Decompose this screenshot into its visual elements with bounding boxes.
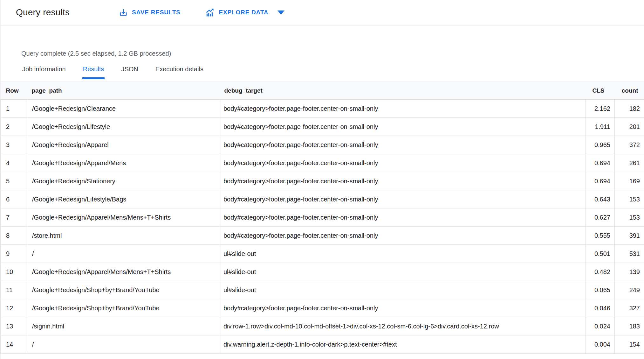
cell-debug-target: body#category>footer.page-footer.center-… (220, 136, 586, 154)
cell-row-number: 1 (1, 100, 27, 118)
cell-debug-target: div.row-1.row>div.col-md-10.col-md-offse… (220, 317, 586, 335)
cell-cls: 2.162 (586, 100, 615, 118)
results-table: Row page_path debug_target CLS count 1/G… (1, 81, 644, 354)
cell-cls: 0.627 (586, 208, 615, 227)
cell-page-path: /Google+Redesign/Shop+by+Brand/YouTube (27, 299, 220, 317)
cell-row-number: 5 (1, 172, 27, 190)
table-row: 1/Google+Redesign/Clearancebody#category… (1, 100, 644, 118)
column-header-cls: CLS (586, 82, 615, 100)
cell-row-number: 13 (1, 317, 27, 335)
cell-cls: 0.643 (586, 190, 615, 208)
cell-debug-target: body#category>footer.page-footer.center-… (220, 208, 586, 227)
cell-cls: 1.911 (586, 118, 615, 136)
cell-debug-target: body#category>footer.page-footer.center-… (220, 227, 586, 245)
cell-page-path: /Google+Redesign/Clearance (27, 100, 220, 118)
table-row: 13/signin.htmldiv.row-1.row>div.col-md-1… (1, 317, 644, 335)
caret-down-icon (277, 11, 284, 15)
table-row: 10/Google+Redesign/Apparel/Mens/Mens+T+S… (1, 263, 644, 281)
tab-execution-details[interactable]: Execution details (155, 65, 204, 79)
cell-page-path: /Google+Redesign/Apparel/Mens/Mens+T+Shi… (27, 263, 220, 281)
cell-debug-target: body#category>footer.page-footer.center-… (220, 299, 586, 317)
cell-debug-target: body#category>footer.page-footer.center-… (220, 190, 586, 208)
page-title: Query results (16, 7, 70, 18)
column-header-count: count (615, 82, 644, 100)
result-tabs: Job information Results JSON Execution d… (22, 65, 644, 79)
cell-count: 153 (615, 208, 644, 227)
cell-debug-target: body#category>footer.page-footer.center-… (220, 154, 586, 172)
query-results-header: Query results SAVE RESULTS (1, 0, 644, 25)
cell-debug-target: div.warning.alert.z-depth-1.info-color-d… (220, 335, 586, 354)
cell-debug-target: body#category>footer.page-footer.center-… (220, 118, 586, 136)
cell-debug-target: body#category>footer.page-footer.center-… (220, 100, 586, 118)
cell-count: 391 (615, 227, 644, 245)
cell-cls: 0.501 (586, 245, 615, 263)
cell-cls: 0.965 (586, 136, 615, 154)
cell-row-number: 9 (1, 245, 27, 263)
column-header-page-path: page_path (27, 82, 220, 100)
cell-debug-target: ul#slide-out (220, 281, 586, 299)
table-row: 9/ul#slide-out0.501531 (1, 245, 644, 263)
cell-count: 249 (615, 281, 644, 299)
tab-json[interactable]: JSON (120, 65, 139, 79)
query-results-panel: Query results SAVE RESULTS (0, 0, 644, 359)
explore-chart-icon (205, 8, 215, 17)
cell-cls: 0.694 (586, 154, 615, 172)
cell-page-path: /Google+Redesign/Stationery (27, 172, 220, 190)
table-row: 4/Google+Redesign/Apparel/Mensbody#categ… (1, 154, 644, 172)
cell-page-path: / (27, 335, 220, 354)
cell-page-path: /Google+Redesign/Apparel (27, 136, 220, 154)
cell-page-path: /Google+Redesign/Apparel/Mens (27, 154, 220, 172)
cell-count: 531 (615, 245, 644, 263)
cell-cls: 0.694 (586, 172, 615, 190)
cell-page-path: /Google+Redesign/Lifestyle/Bags (27, 190, 220, 208)
column-header-row: Row (1, 82, 27, 100)
table-row: 5/Google+Redesign/Stationerybody#categor… (1, 172, 644, 190)
table-row: 14/div.warning.alert.z-depth-1.info-colo… (1, 335, 644, 354)
cell-debug-target: ul#slide-out (220, 245, 586, 263)
cell-debug-target: body#category>footer.page-footer.center-… (220, 172, 586, 190)
cell-row-number: 12 (1, 299, 27, 317)
tab-results[interactable]: Results (82, 65, 105, 79)
cell-row-number: 14 (1, 335, 27, 354)
tab-job-information[interactable]: Job information (22, 65, 66, 79)
table-row: 8/store.htmlbody#category>footer.page-fo… (1, 227, 644, 245)
cell-row-number: 6 (1, 190, 27, 208)
cell-page-path: /Google+Redesign/Apparel/Mens/Mens+T+Shi… (27, 208, 220, 227)
cell-row-number: 4 (1, 154, 27, 172)
cell-page-path: /signin.html (27, 317, 220, 335)
column-header-debug-target: debug_target (220, 82, 586, 100)
cell-count: 182 (615, 100, 644, 118)
cell-page-path: /Google+Redesign/Shop+by+Brand/YouTube (27, 281, 220, 299)
cell-count: 139 (615, 263, 644, 281)
cell-cls: 0.482 (586, 263, 615, 281)
table-row: 6/Google+Redesign/Lifestyle/Bagsbody#cat… (1, 190, 644, 208)
cell-count: 154 (615, 335, 644, 354)
cell-count: 261 (615, 154, 644, 172)
table-row: 12/Google+Redesign/Shop+by+Brand/YouTube… (1, 299, 644, 317)
cell-row-number: 2 (1, 118, 27, 136)
cell-row-number: 7 (1, 208, 27, 227)
table-row: 2/Google+Redesign/Lifestylebody#category… (1, 118, 644, 136)
save-results-label: SAVE RESULTS (132, 9, 180, 16)
cell-cls: 0.555 (586, 227, 615, 245)
cell-count: 327 (615, 299, 644, 317)
cell-page-path: /Google+Redesign/Lifestyle (27, 118, 220, 136)
cell-row-number: 11 (1, 281, 27, 299)
cell-cls: 0.004 (586, 335, 615, 354)
cell-page-path: /store.html (27, 227, 220, 245)
cell-debug-target: ul#slide-out (220, 263, 586, 281)
cell-page-path: / (27, 245, 220, 263)
cell-count: 201 (615, 118, 644, 136)
query-status-text: Query complete (2.5 sec elapsed, 1.2 GB … (21, 50, 644, 57)
cell-row-number: 10 (1, 263, 27, 281)
save-results-button[interactable]: SAVE RESULTS (119, 8, 180, 17)
table-row: 7/Google+Redesign/Apparel/Mens/Mens+T+Sh… (1, 208, 644, 227)
cell-cls: 0.065 (586, 281, 615, 299)
results-table-body: 1/Google+Redesign/Clearancebody#category… (1, 100, 644, 354)
cell-cls: 0.046 (586, 299, 615, 317)
explore-data-button[interactable]: EXPLORE DATA (205, 8, 285, 17)
results-table-header: Row page_path debug_target CLS count (1, 82, 644, 100)
cell-count: 169 (615, 172, 644, 190)
download-icon (119, 8, 128, 17)
cell-row-number: 8 (1, 227, 27, 245)
